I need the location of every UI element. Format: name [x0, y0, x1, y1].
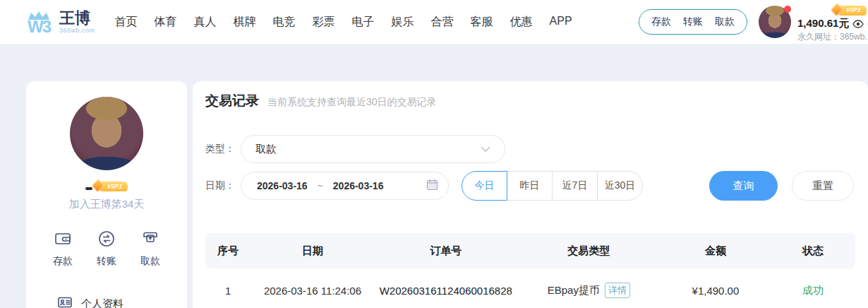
transaction-records-panel: 交易记录 当前系统支持查询最近30日的交易记录 类型： 取款 日期： 2026-… [193, 81, 868, 308]
quick-action-label: 转账 [97, 255, 116, 268]
transactions-table: 序号 日期 订单号 交易类型 金额 状态 1 2026-03-16 11:24:… [205, 233, 855, 308]
vip-level-badge: VIP1 [837, 6, 867, 16]
table-header-row: 序号 日期 订单号 交易类型 金额 状态 [205, 233, 855, 268]
nav-promos[interactable]: 优惠 [510, 15, 533, 30]
nav-lottery[interactable]: 彩票 [313, 15, 335, 30]
page-subtitle: 当前系统支持查询最近30日的交易记录 [267, 96, 437, 109]
cell-amount: ¥1,490.00 [661, 285, 771, 297]
chevron-down-icon [481, 143, 490, 155]
col-header-amount: 金额 [661, 244, 771, 258]
account-balance: 1,490.61元 [797, 17, 849, 30]
nav-support[interactable]: 客服 [471, 15, 493, 30]
nav-affiliate[interactable]: 合营 [431, 15, 454, 30]
sidebar-item-profile[interactable]: 个人资料 [57, 295, 187, 308]
profile-sidebar: VIP1 加入王博第34天 存款 转账 取款 个人资料 [26, 81, 187, 308]
quick-action-label: 存款 [53, 255, 73, 268]
nav-app[interactable]: APP [550, 15, 572, 30]
permanent-url: 永久网址：365wb. [797, 32, 868, 42]
detail-link[interactable]: 详情 [605, 283, 630, 298]
nav-esports[interactable]: 电竞 [273, 15, 296, 30]
withdraw-icon [141, 230, 159, 251]
join-days-text: 加入王博第34天 [26, 198, 187, 211]
col-header-order-no: 订单号 [374, 244, 517, 258]
crown-w3-logo-icon: W3 [23, 11, 54, 33]
cell-date: 2026-03-16 11:24:06 [251, 285, 374, 297]
calendar-icon [426, 179, 438, 194]
cell-order-no: W202603161124060016828 [374, 285, 517, 297]
id-card-icon [57, 295, 73, 308]
quick-action-label: 取款 [140, 255, 160, 268]
type-select[interactable]: 取款 [241, 135, 505, 163]
cell-transaction-type: EBpay提币 [548, 284, 600, 297]
deposit-wallet-icon [54, 230, 72, 251]
main-nav: 首页 体育 真人 棋牌 电竞 彩票 电子 娱乐 合营 客服 优惠 APP [115, 15, 572, 30]
nav-home[interactable]: 首页 [115, 15, 138, 30]
nav-sports[interactable]: 体育 [155, 15, 177, 30]
wallet-actions-pill: 存款 转账 取款 [639, 9, 747, 35]
nav-slots[interactable]: 电子 [352, 15, 375, 30]
brand-domain: 365wb.com [59, 27, 95, 34]
header-transfer-button[interactable]: 转账 [683, 16, 703, 28]
brand-logo[interactable]: W3 王博 365wb.com [23, 10, 95, 34]
col-header-index: 序号 [205, 244, 251, 258]
nav-board-games[interactable]: 棋牌 [234, 15, 256, 30]
avatar [70, 97, 143, 170]
nav-entertainment[interactable]: 娱乐 [392, 15, 414, 30]
query-button[interactable]: 查询 [709, 171, 778, 201]
range-7days-button[interactable]: 近7日 [552, 171, 598, 201]
sidebar-menu: 个人资料 VIP特权 [26, 295, 187, 308]
reset-button[interactable]: 重置 [792, 171, 854, 201]
transfer-icon [97, 230, 116, 251]
header-withdraw-button[interactable]: 取款 [715, 16, 735, 28]
top-header: W3 王博 365wb.com 首页 体育 真人 棋牌 电竞 彩票 电子 娱乐 … [0, 0, 868, 44]
range-today-button[interactable]: 今日 [462, 171, 507, 201]
vip-gem-icon [831, 3, 843, 16]
notification-dot [784, 6, 791, 13]
date-quick-ranges: 今日 昨日 近7日 近30日 [462, 171, 643, 201]
cell-status: 成功 [771, 284, 855, 297]
date-separator: ~ [318, 180, 323, 191]
cell-index: 1 [205, 285, 251, 297]
col-header-type: 交易类型 [517, 244, 661, 258]
sidebar-item-label: 个人资料 [81, 297, 123, 308]
eye-icon[interactable] [852, 20, 864, 28]
col-header-date: 日期 [251, 244, 374, 258]
vip-gem-icon [92, 179, 104, 192]
date-filter-label: 日期： [205, 179, 241, 192]
sidebar-quick-actions: 存款 转账 取款 [26, 230, 187, 268]
page-title: 交易记录 [205, 92, 259, 110]
vip-level-badge: VIP1 [97, 182, 128, 191]
sidebar-deposit-button[interactable]: 存款 [53, 230, 73, 268]
range-yesterday-button[interactable]: 昨日 [507, 171, 553, 201]
date-range-input[interactable]: 2026-03-16 ~ 2026-03-16 [241, 172, 449, 200]
date-from-value: 2026-03-16 [257, 180, 308, 191]
sidebar-withdraw-button[interactable]: 取款 [140, 230, 160, 268]
username-masked [85, 187, 92, 190]
date-to-value: 2026-03-16 [333, 180, 384, 191]
range-30days-button[interactable]: 近30日 [597, 171, 643, 201]
table-row: 1 2026-03-16 11:24:06 W20260316112406001… [205, 268, 855, 308]
col-header-status: 状态 [771, 244, 855, 258]
brand-name: 王博 [59, 10, 95, 27]
type-filter-label: 类型： [205, 143, 241, 155]
header-avatar[interactable] [759, 6, 791, 38]
type-select-value: 取款 [255, 143, 481, 156]
logo-w3-text: W3 [28, 20, 50, 33]
header-deposit-button[interactable]: 存款 [651, 16, 671, 28]
nav-live[interactable]: 真人 [194, 15, 217, 30]
sidebar-transfer-button[interactable]: 转账 [97, 230, 116, 268]
